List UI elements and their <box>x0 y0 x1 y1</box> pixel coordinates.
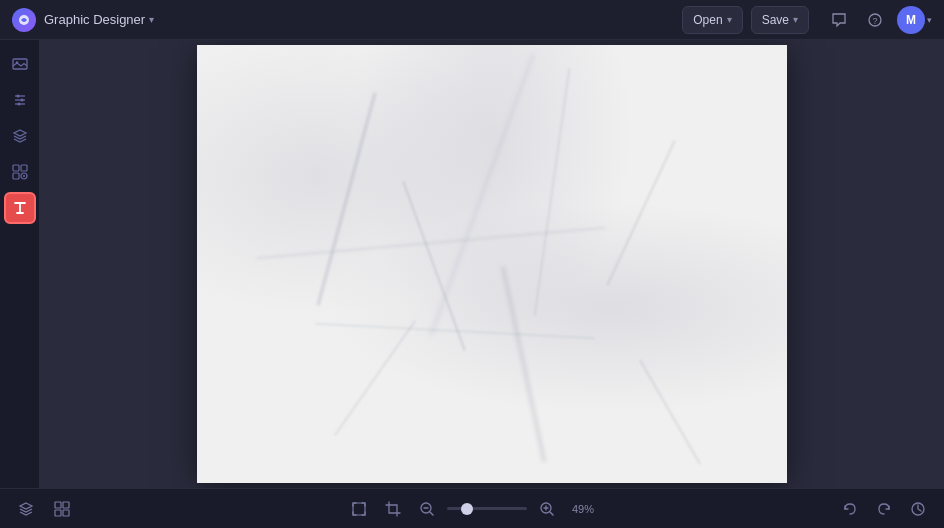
save-chevron-icon: ▾ <box>793 14 798 25</box>
svg-text:?: ? <box>872 16 877 26</box>
sidebar-item-image[interactable] <box>4 48 36 80</box>
title-chevron-icon: ▾ <box>149 14 154 25</box>
main-layout <box>0 40 944 488</box>
grid-toggle-button[interactable] <box>48 495 76 523</box>
bottombar-left <box>12 495 76 523</box>
svg-rect-17 <box>55 502 61 508</box>
marble-vein-1 <box>316 92 376 305</box>
svg-point-8 <box>20 99 23 102</box>
svg-point-10 <box>17 103 20 106</box>
comment-button[interactable] <box>825 6 853 34</box>
canvas-area[interactable] <box>40 40 944 488</box>
canvas-content <box>197 45 787 483</box>
marble-vein-4 <box>501 266 546 462</box>
zoom-in-button[interactable] <box>533 495 561 523</box>
redo-button[interactable] <box>870 495 898 523</box>
app-title: Graphic Designer <box>44 12 145 27</box>
sidebar-item-text[interactable] <box>4 192 36 224</box>
marble-vein-3 <box>534 68 571 316</box>
svg-rect-18 <box>63 502 69 508</box>
svg-rect-20 <box>63 510 69 516</box>
sidebar-item-assets[interactable] <box>4 156 36 188</box>
avatar-wrapper[interactable]: M ▾ <box>897 6 932 34</box>
sidebar-item-adjust[interactable] <box>4 84 36 116</box>
zoom-out-button[interactable] <box>413 495 441 523</box>
zoom-percent: 49% <box>567 503 599 515</box>
marble-vein-9 <box>429 53 535 336</box>
user-avatar: M <box>897 6 925 34</box>
undo-button[interactable] <box>836 495 864 523</box>
bottombar: 49% <box>0 488 944 528</box>
svg-point-6 <box>16 95 19 98</box>
canvas-frame <box>197 45 787 483</box>
fit-to-view-button[interactable] <box>345 495 373 523</box>
save-button[interactable]: Save ▾ <box>751 6 809 34</box>
topbar: Graphic Designer ▾ Open ▾ Save ▾ ? M ▾ <box>0 0 944 40</box>
bottombar-center: 49% <box>345 495 599 523</box>
svg-line-24 <box>430 512 433 515</box>
zoom-slider[interactable] <box>447 507 527 510</box>
svg-line-28 <box>550 512 553 515</box>
zoom-slider-wrap <box>447 507 527 510</box>
open-button[interactable]: Open ▾ <box>682 6 742 34</box>
open-chevron-icon: ▾ <box>727 14 732 25</box>
svg-rect-13 <box>13 173 19 179</box>
layers-panel-button[interactable] <box>12 495 40 523</box>
sidebar <box>0 40 40 488</box>
app-logo <box>12 8 36 32</box>
bottombar-right <box>836 495 932 523</box>
crop-button[interactable] <box>379 495 407 523</box>
marble-vein-10 <box>639 359 701 464</box>
topbar-actions: ? M ▾ <box>825 6 932 34</box>
svg-rect-19 <box>55 510 61 516</box>
svg-rect-21 <box>353 503 365 515</box>
app-title-group[interactable]: Graphic Designer ▾ <box>44 12 154 27</box>
sidebar-item-layers[interactable] <box>4 120 36 152</box>
history-button[interactable] <box>904 495 932 523</box>
help-button[interactable]: ? <box>861 6 889 34</box>
svg-rect-12 <box>21 165 27 171</box>
avatar-chevron-icon: ▾ <box>927 15 932 25</box>
marble-vein-8 <box>334 320 416 436</box>
marble-vein-5 <box>606 140 675 286</box>
svg-rect-11 <box>13 165 19 171</box>
